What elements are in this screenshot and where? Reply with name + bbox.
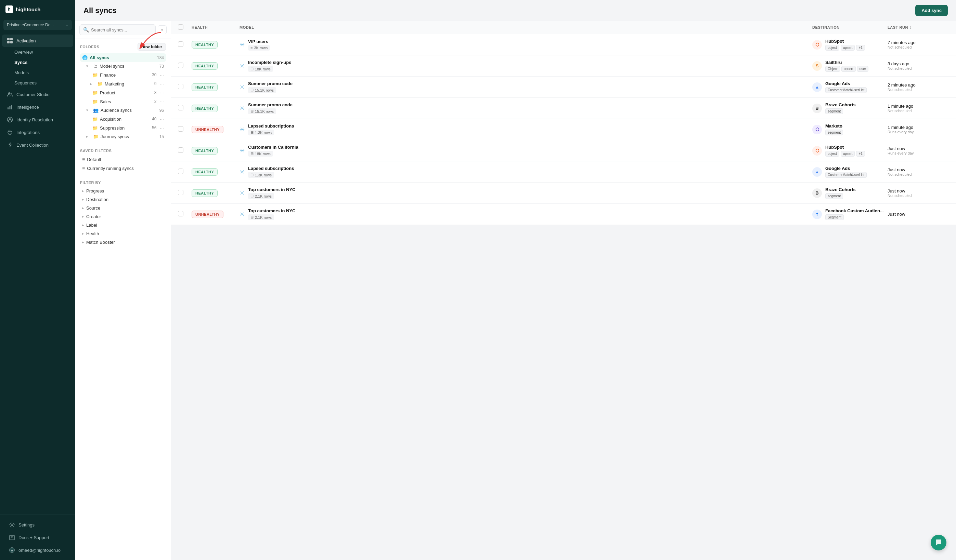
search-input[interactable] <box>91 27 152 33</box>
table-row[interactable]: UNHEALTHY ✳ Lapsed subscriptions ⊟ 1.3K … <box>171 119 956 140</box>
folder-sales[interactable]: 📁 Sales 2 ··· <box>80 97 166 106</box>
row-checkbox[interactable] <box>178 169 183 174</box>
add-sync-button[interactable]: Add sync <box>915 5 948 16</box>
sync-type-icon: ✳ <box>239 147 245 155</box>
model-cell: ✳ VIP users ≡ 3K rows <box>239 39 812 50</box>
filter-label[interactable]: ▸ Label <box>80 221 166 229</box>
folder-journey-syncs[interactable]: ▸ 📁 Journey syncs 15 <box>80 132 166 141</box>
table-row[interactable]: HEALTHY ✳ Summer promo code ⊟ 15.1K rows… <box>171 77 956 98</box>
folder-icon: 📁 <box>93 116 98 122</box>
more-options-icon[interactable]: ··· <box>160 116 164 122</box>
sidebar-item-user[interactable]: o omeed@hightouch.io <box>4 544 71 556</box>
folder-suppression[interactable]: 📁 Suppression 56 ··· <box>80 124 166 132</box>
more-options-icon[interactable]: ··· <box>160 72 164 78</box>
model-cell: ✳ Lapsed subscriptions ⊟ 1.3K rows <box>239 124 812 135</box>
sidebar-label-event-collection: Event Collection <box>16 143 49 148</box>
sidebar-item-activation[interactable]: Activation <box>2 35 73 47</box>
table-row[interactable]: HEALTHY ✳ Incomplete sign-ups ⊟ 18K rows… <box>171 55 956 77</box>
table-row[interactable]: HEALTHY ✳ Lapsed subscriptions ⊟ 1.3K ro… <box>171 162 956 183</box>
more-options-icon[interactable]: ··· <box>160 99 164 104</box>
sidebar-item-event-collection[interactable]: Event Collection <box>2 139 73 151</box>
select-all-checkbox[interactable] <box>178 24 183 30</box>
destination-name: Sailthru <box>825 60 868 65</box>
filter-creator[interactable]: ▸ Creator <box>80 212 166 221</box>
sidebar-item-settings[interactable]: Settings <box>4 519 71 531</box>
model-cell: ✳ Summer promo code ⊟ 15.1K rows <box>239 81 812 93</box>
filter-source[interactable]: ▸ Source <box>80 204 166 212</box>
row-checkbox[interactable] <box>178 126 183 132</box>
zap-icon <box>7 142 13 148</box>
filter-health[interactable]: ▸ Health <box>80 229 166 238</box>
table-row[interactable]: HEALTHY ✳ VIP users ≡ 3K rows ⬡ HubSpot … <box>171 34 956 55</box>
folder-label-product: Product <box>100 90 115 96</box>
row-checkbox[interactable] <box>178 147 183 153</box>
sync-type-icon: ✳ <box>239 83 245 91</box>
table-row[interactable]: HEALTHY ✳ Top customers in NYC ⊟ 2.1K ro… <box>171 183 956 204</box>
table-row[interactable]: UNHEALTHY ✳ Top customers in NYC ⊟ 2.1K … <box>171 204 956 225</box>
model-cell: ✳ Customers in California ⊟ 18K rows <box>239 144 812 157</box>
destination-info: Facebook Custom Audien... Segment <box>825 208 884 220</box>
destination-tags: CustomerMatchUserList <box>825 172 867 178</box>
folder-count-product: 3 <box>154 90 157 95</box>
destination-logo: f <box>812 210 822 219</box>
sidebar-item-customer-studio[interactable]: Customer Studio <box>2 88 73 100</box>
row-checkbox[interactable] <box>178 190 183 195</box>
sort-icon[interactable]: ↕ <box>909 25 912 30</box>
more-options-icon[interactable]: ··· <box>160 90 164 96</box>
chat-fab-button[interactable] <box>931 535 947 551</box>
svg-rect-7 <box>9 106 11 110</box>
collapse-panel-button[interactable]: « <box>158 25 167 34</box>
sync-type-icon: ✳ <box>239 62 245 70</box>
dest-tag: +1 <box>856 151 865 157</box>
health-badge: HEALTHY <box>192 83 218 91</box>
folder-finance[interactable]: 📁 Finance 30 ··· <box>80 71 166 79</box>
filter-progress-label: Progress <box>86 188 104 193</box>
row-checkbox[interactable] <box>178 84 183 89</box>
rows-icon: ⊟ <box>250 215 253 220</box>
folder-label-journey-syncs: Journey syncs <box>101 134 129 139</box>
saved-filter-default[interactable]: ≡ Default <box>80 155 166 164</box>
saved-filter-currently-running[interactable]: ≡ Currently running syncs <box>80 164 166 173</box>
folder-all-syncs[interactable]: 🌐 All syncs 184 <box>80 53 166 62</box>
last-run-time: 2 minutes ago <box>888 82 949 88</box>
th-model: MODEL <box>239 25 812 30</box>
folders-section: FOLDERS New folder 🌐 All syncs 184 ▾ 🗂 M… <box>75 39 171 143</box>
model-name: Top customers in NYC <box>248 208 295 213</box>
folder-audience-syncs[interactable]: ▾ 👥 Audience syncs 96 <box>80 106 166 115</box>
sidebar-item-syncs[interactable]: Syncs <box>2 57 73 67</box>
new-folder-button[interactable]: New folder <box>138 43 166 50</box>
filter-icon: ≡ <box>82 157 85 162</box>
filter-destination[interactable]: ▸ Destination <box>80 195 166 204</box>
row-checkbox[interactable] <box>178 105 183 110</box>
model-info: Top customers in NYC ⊟ 2.1K rows <box>248 208 295 220</box>
folder-acquisition[interactable]: 📁 Acquisition 40 ··· <box>80 115 166 124</box>
folder-marketing[interactable]: ▸ 📁 Marketing 9 ··· <box>80 79 166 88</box>
filter-progress[interactable]: ▸ Progress <box>80 187 166 195</box>
sidebar-item-integrations[interactable]: Integrations <box>2 126 73 138</box>
more-options-icon[interactable]: ··· <box>160 125 164 130</box>
search-icon: 🔍 <box>83 27 89 33</box>
th-lastrun: LAST RUN ↕ <box>888 25 949 30</box>
folder-product[interactable]: 📁 Product 3 ··· <box>80 88 166 97</box>
sidebar-item-docs-support[interactable]: Docs + Support <box>4 531 71 544</box>
sidebar-item-intelligence[interactable]: Intelligence <box>2 101 73 113</box>
more-options-icon[interactable]: ··· <box>160 81 164 86</box>
nav-section: Activation Overview Syncs Models Sequenc… <box>0 34 75 515</box>
table-header: HEALTH MODEL DESTINATION LAST RUN ↕ <box>171 21 956 34</box>
table-row[interactable]: HEALTHY ✳ Customers in California ⊟ 18K … <box>171 140 956 162</box>
folder-icon: 📁 <box>93 90 98 96</box>
chevron-right-icon: ▸ <box>90 82 95 86</box>
sidebar-item-identity-resolution[interactable]: Identity Resolution <box>2 113 73 126</box>
folder-model-syncs[interactable]: ▾ 🗂 Model syncs 73 <box>80 62 166 71</box>
destination-name: Facebook Custom Audien... <box>825 208 884 213</box>
row-checkbox[interactable] <box>178 41 183 47</box>
filter-match-booster[interactable]: ▸ Match Booster <box>80 238 166 246</box>
workspace-selector[interactable]: Pristine eCommerce De... ⌄ <box>3 20 72 30</box>
row-checkbox[interactable] <box>178 63 183 68</box>
sidebar-item-sequences[interactable]: Sequences <box>2 78 73 88</box>
sidebar-item-overview[interactable]: Overview <box>2 47 73 57</box>
folder-icon: 📁 <box>93 99 98 104</box>
sidebar-item-models[interactable]: Models <box>2 68 73 78</box>
table-row[interactable]: HEALTHY ✳ Summer promo code ⊟ 15.1K rows… <box>171 98 956 119</box>
row-checkbox[interactable] <box>178 211 183 216</box>
